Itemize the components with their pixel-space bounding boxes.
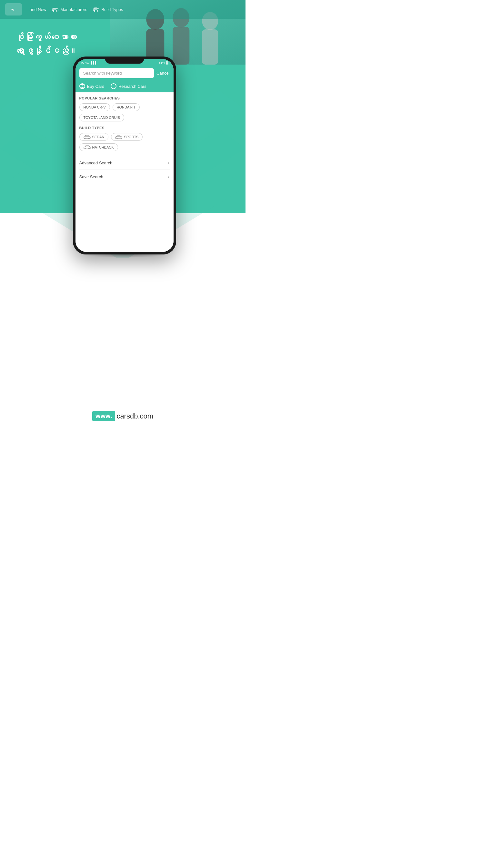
tag-hatchback-label: HATCHBACK (92, 145, 114, 149)
build-types-section: BUILD TYPES SEDAN (79, 126, 170, 151)
phone-notch (105, 56, 144, 63)
phone-mockup-container: 4G 4G ▐▐▐ 81% ▓ Search with keyword Canc… (73, 56, 173, 254)
svg-point-10 (56, 10, 57, 11)
build-types-title: BUILD TYPES (79, 126, 170, 130)
radio-research-cars[interactable]: Research Cars (111, 83, 146, 89)
radio-buy-cars[interactable]: Buy Cars (79, 83, 104, 89)
save-search-row[interactable]: Save Search › (79, 169, 170, 183)
svg-rect-18 (84, 137, 90, 138)
search-input[interactable]: Search with keyword (79, 68, 154, 78)
tag-honda-crv[interactable]: HONDA CR-V (79, 103, 110, 111)
nav-bar: က and New Manufacturers Build Types (0, 0, 246, 19)
tag-sedan[interactable]: SEDAN (79, 133, 109, 141)
footer-section: www. carsdb.com (0, 337, 246, 434)
svg-rect-24 (84, 147, 90, 149)
nav-item-manufacturers[interactable]: Manufacturers (52, 7, 87, 12)
search-placeholder: Search with keyword (83, 71, 122, 76)
phone-screen: 4G 4G ▐▐▐ 81% ▓ Search with keyword Canc… (76, 59, 174, 252)
tag-toyota-land[interactable]: TOYOTA LAND CRUIS (79, 114, 124, 121)
svg-rect-3 (173, 27, 190, 64)
network-indicator: 4G 4G (81, 61, 89, 64)
nav-item-build-types[interactable]: Build Types (93, 7, 123, 12)
tag-sports-label: SPORTS (124, 135, 138, 139)
radio-buy-cars-label: Buy Cars (87, 84, 104, 89)
domain-text: carsdb.com (116, 412, 153, 421)
phone-frame: 4G 4G ▐▐▐ 81% ▓ Search with keyword Canc… (73, 56, 176, 254)
manufacturers-icon (52, 7, 58, 11)
myanmar-heading-line2: ရှာဖွေနိုင်မည်။ (16, 44, 78, 58)
myanmar-heading: ပိုမိုကြွယ်ဝသောကား ရှာဖွေနိုင်မည်။ (16, 31, 78, 57)
battery-percentage: 81% (159, 61, 165, 64)
status-left: 4G 4G ▐▐▐ (81, 61, 96, 64)
cancel-button[interactable]: Cancel (156, 71, 169, 76)
status-right: 81% ▓ (159, 61, 168, 64)
empty-scroll-area (79, 183, 170, 248)
popular-searches-section: POPULAR SEARCHES HONDA CR-V HONDA FIT TO… (79, 96, 170, 121)
svg-point-9 (53, 10, 54, 11)
save-search-label: Save Search (79, 174, 103, 179)
battery-icon: ▓ (166, 61, 168, 64)
svg-point-14 (97, 10, 98, 11)
content-area: POPULAR SEARCHES HONDA CR-V HONDA FIT TO… (76, 92, 174, 252)
tag-honda-fit[interactable]: HONDA FIT (113, 103, 140, 111)
svg-rect-5 (202, 29, 219, 64)
radio-inner-dot (80, 85, 82, 87)
radio-research-cars-label: Research Cars (118, 84, 146, 89)
phone-shadow (83, 251, 167, 258)
logo-icon: က (9, 6, 18, 12)
www-label: www. (95, 412, 112, 419)
tag-honda-crv-label: HONDA CR-V (84, 105, 106, 109)
advanced-search-label: Advanced Search (79, 161, 113, 165)
www-box: www. (92, 411, 115, 421)
nav-label-manufacturers: Manufacturers (60, 7, 87, 12)
popular-searches-tags: HONDA CR-V HONDA FIT TOYOTA LAND CRUIS (79, 103, 170, 121)
signal-bars: ▐▐▐ (90, 61, 96, 64)
sedan-car-icon (84, 135, 91, 139)
tag-toyota-land-label: TOYOTA LAND CRUIS (84, 116, 120, 119)
advanced-search-arrow: › (168, 160, 169, 166)
radio-research-cars-indicator (111, 83, 116, 89)
website-badge: www. carsdb.com (92, 411, 153, 421)
save-search-arrow: › (168, 174, 169, 180)
popular-searches-title: POPULAR SEARCHES (79, 96, 170, 100)
svg-text:က: က (10, 7, 14, 12)
nav-label-build-types: Build Types (101, 7, 123, 12)
radio-options-row: Buy Cars Research Cars (76, 81, 174, 92)
nav-item-and-new[interactable]: and New (30, 7, 46, 12)
advanced-search-row[interactable]: Advanced Search › (79, 156, 170, 169)
build-types-nav-icon (93, 7, 99, 11)
sports-car-icon (115, 135, 122, 139)
svg-rect-21 (115, 137, 122, 138)
nav-label-and-new: and New (30, 7, 46, 12)
tag-honda-fit-label: HONDA FIT (117, 105, 136, 109)
svg-point-13 (94, 10, 95, 11)
build-types-tags: SEDAN SPORTS (79, 133, 170, 151)
page-wrapper: က and New Manufacturers Build Types (0, 0, 246, 434)
tag-hatchback[interactable]: HATCHBACK (79, 143, 118, 151)
radio-buy-cars-indicator (79, 83, 85, 89)
nav-logo-box[interactable]: က (5, 3, 22, 16)
myanmar-heading-line1: ပိုမိုကြွယ်ဝသောကား (16, 31, 78, 44)
search-area: Search with keyword Cancel (76, 65, 174, 81)
tag-sports[interactable]: SPORTS (111, 133, 143, 141)
hatchback-car-icon (84, 145, 91, 149)
tag-sedan-label: SEDAN (92, 135, 105, 139)
